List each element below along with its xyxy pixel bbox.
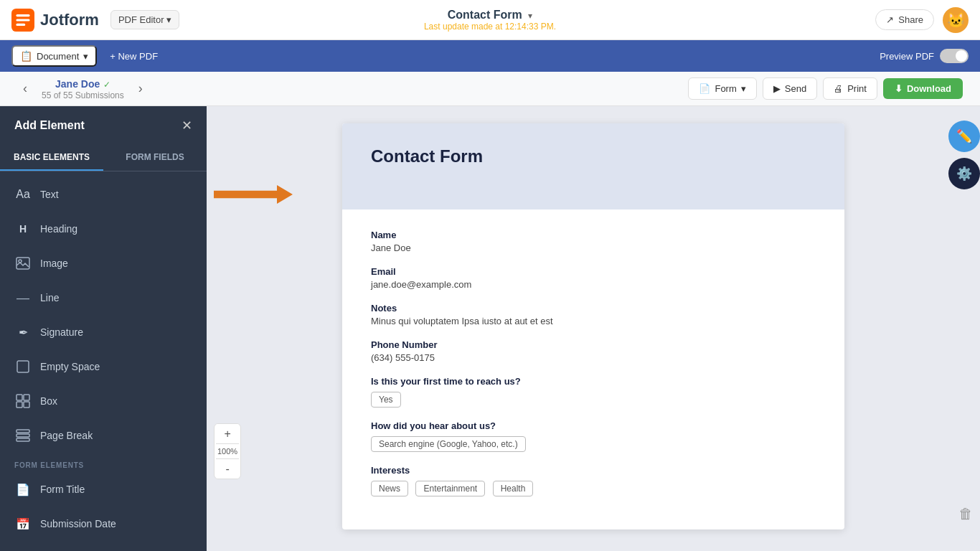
- zoom-out-button[interactable]: -: [216, 458, 239, 479]
- sidebar-item-image[interactable]: Image: [0, 246, 207, 281]
- sidebar-item-label-empty-space: Empty Space: [40, 361, 100, 372]
- title-chevron: ▾: [528, 11, 532, 21]
- share-label: Share: [898, 14, 923, 25]
- form-title-header: Contact Form ▾: [424, 9, 556, 22]
- sidebar-item-form-title[interactable]: 📄 Form Title: [0, 472, 207, 507]
- tag-health: Health: [493, 481, 534, 496]
- tag-news: News: [371, 481, 408, 496]
- field-value-notes: Minus qui voluptatem Ipsa iusto at aut e…: [371, 316, 816, 326]
- field-label-how-heard: How did you hear about us?: [371, 420, 816, 431]
- field-how-heard: How did you hear about us? Search engine…: [371, 420, 816, 452]
- secondary-nav-left: 📋 Document ▾ + New PDF: [11, 45, 165, 67]
- pdf-document: Contact Form Name Jane Doe Email jane.do…: [342, 123, 844, 529]
- sidebar-header: Add Element ✕: [0, 106, 207, 145]
- svg-rect-3: [16, 23, 25, 25]
- sidebar-item-empty-space[interactable]: Empty Space: [0, 349, 207, 384]
- sidebar-item-text[interactable]: Aa Text: [0, 177, 207, 212]
- new-pdf-button[interactable]: + New PDF: [103, 47, 165, 65]
- form-label: Form: [715, 83, 736, 94]
- arrow-indicator: [214, 185, 293, 204]
- trash-button[interactable]: 🗑: [958, 506, 973, 522]
- print-label: Print: [847, 83, 867, 94]
- last-update: Last update made at 12:14:33 PM.: [424, 22, 556, 32]
- sidebar-item-page-break[interactable]: Page Break: [0, 418, 207, 453]
- svg-rect-8: [24, 395, 29, 400]
- download-button[interactable]: ⬇ Download: [883, 78, 963, 99]
- share-button[interactable]: ↗ Share: [875, 9, 934, 30]
- print-button[interactable]: 🖨 Print: [823, 77, 877, 100]
- submission-info: Jane Doe ✓ 55 of 55 Submissions: [42, 77, 124, 100]
- image-icon: [14, 255, 32, 272]
- field-label-email: Email: [371, 266, 816, 277]
- field-first-time: Is this your first time to reach us? Yes: [371, 376, 816, 408]
- main-layout: Add Element ✕ BASIC ELEMENTS FORM FIELDS…: [0, 106, 980, 551]
- content-area: + 100% - ✏️ ⚙️ 🗑 Contact Form Name Jane …: [207, 106, 980, 551]
- toggle-knob: [956, 50, 967, 62]
- tag-search-engine: Search engine (Google, Yahoo, etc.): [371, 436, 526, 452]
- right-float-buttons: ✏️ ⚙️: [948, 121, 980, 189]
- field-label-name: Name: [371, 230, 816, 240]
- close-sidebar-button[interactable]: ✕: [182, 118, 192, 133]
- prev-submission-button[interactable]: ‹: [17, 78, 33, 99]
- sidebar-item-line[interactable]: — Line: [0, 281, 207, 315]
- avatar: 🐱: [943, 7, 969, 33]
- preview-toggle[interactable]: [940, 49, 969, 63]
- tab-basic-elements[interactable]: BASIC ELEMENTS: [0, 145, 103, 171]
- sidebar-item-label-box: Box: [40, 395, 57, 407]
- pdf-form-title: Contact Form: [371, 146, 816, 166]
- field-label-first-time: Is this your first time to reach us?: [371, 376, 816, 387]
- submission-date-icon: 📅: [14, 515, 32, 532]
- page-break-icon: [14, 427, 32, 444]
- form-icon: 📄: [699, 83, 710, 94]
- empty-space-icon: [14, 358, 32, 375]
- sidebar-item-submission-date[interactable]: 📅 Submission Date: [0, 507, 207, 541]
- download-icon: ⬇: [895, 83, 903, 94]
- field-label-interests: Interests: [371, 465, 816, 476]
- sidebar-item-heading[interactable]: H Heading: [0, 212, 207, 246]
- svg-rect-10: [24, 402, 29, 408]
- pdf-header-section: Contact Form: [342, 123, 844, 209]
- sidebar-item-signature[interactable]: ✒ Signature: [0, 315, 207, 349]
- form-button[interactable]: 📄 Form ▾: [688, 77, 756, 100]
- submission-nav: ‹ Jane Doe ✓ 55 of 55 Submissions ›: [17, 77, 149, 100]
- svg-rect-9: [17, 402, 22, 408]
- send-button[interactable]: ▶ Send: [763, 77, 817, 100]
- next-submission-button[interactable]: ›: [133, 78, 149, 99]
- avatar-emoji: 🐱: [947, 11, 965, 29]
- sidebar-item-label-form-title: Form Title: [40, 484, 85, 495]
- jotform-logo: Jotform: [11, 9, 99, 32]
- form-title-icon: 📄: [14, 481, 32, 498]
- secondary-nav: 📋 Document ▾ + New PDF Preview PDF: [0, 40, 980, 72]
- document-icon: 📋: [20, 50, 32, 62]
- edit-float-button[interactable]: ✏️: [948, 121, 980, 152]
- arrow-shape: [214, 185, 293, 204]
- new-pdf-label: + New PDF: [110, 51, 158, 62]
- settings-float-button[interactable]: ⚙️: [948, 158, 980, 189]
- pdf-editor-label: PDF Editor: [118, 14, 164, 25]
- tab-form-fields[interactable]: FORM FIELDS: [103, 145, 207, 171]
- document-chevron: ▾: [83, 51, 88, 62]
- form-chevron: ▾: [741, 83, 746, 94]
- field-interests: Interests News Entertainment Health: [371, 465, 816, 496]
- svg-rect-11: [17, 430, 29, 433]
- sidebar-item-label-image: Image: [40, 258, 68, 269]
- zoom-value: 100%: [215, 444, 240, 458]
- box-icon: [14, 392, 32, 410]
- document-button[interactable]: 📋 Document ▾: [11, 45, 97, 67]
- pdf-editor-chevron: ▾: [166, 14, 171, 25]
- sidebar-title: Add Element: [14, 119, 85, 132]
- field-value-phone: (634) 555-0175: [371, 352, 816, 363]
- share-icon: ↗: [886, 14, 894, 25]
- sidebar-item-label-submission-date: Submission Date: [40, 518, 116, 529]
- download-label: Download: [907, 83, 951, 94]
- field-email: Email jane.doe@example.com: [371, 266, 816, 290]
- sidebar-item-label-page-break: Page Break: [40, 430, 93, 441]
- field-label-notes: Notes: [371, 303, 816, 314]
- sidebar-item-box[interactable]: Box: [0, 384, 207, 418]
- zoom-controls: + 100% -: [214, 423, 241, 479]
- pdf-editor-button[interactable]: PDF Editor ▾: [110, 10, 180, 29]
- jotform-icon: [11, 9, 34, 32]
- sidebar-form-elements-label: FORM ELEMENTS: [0, 453, 207, 472]
- field-label-phone: Phone Number: [371, 339, 816, 350]
- zoom-in-button[interactable]: +: [216, 424, 239, 444]
